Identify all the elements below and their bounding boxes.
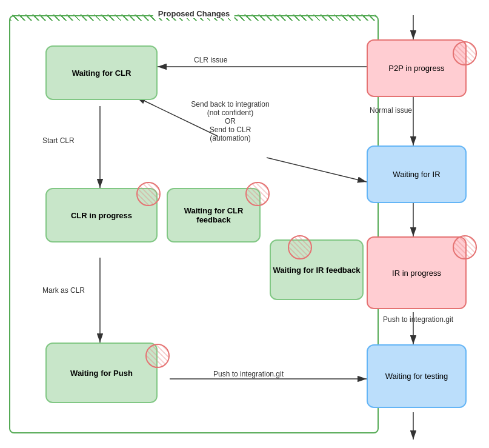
hatch-circle-clr-feedback (136, 182, 161, 206)
waiting-testing-label: Waiting for testing (385, 372, 448, 381)
waiting-ir-box: Waiting for IR (367, 145, 467, 203)
hatch-circle-clr-feedback2 (245, 182, 270, 206)
hatch-circle-push (145, 344, 170, 368)
diagram-container: Proposed Changes (6, 6, 482, 443)
p2p-in-progress-label: P2P in progress (388, 64, 444, 73)
waiting-push-label: Waiting for Push (70, 369, 133, 378)
waiting-clr-label: Waiting for CLR (72, 69, 131, 78)
waiting-clr-feedback-label: Waiting for CLR feedback (168, 206, 259, 224)
send-back-label: Send back to integration(not confident)O… (170, 100, 291, 142)
push-integration-left-label: Push to integration.git (188, 370, 309, 378)
clr-in-progress-label: CLR in progress (71, 211, 132, 220)
clr-issue-label: CLR issue (194, 56, 227, 64)
waiting-clr-box: Waiting for CLR (45, 45, 158, 100)
proposed-changes-label: Proposed Changes (153, 9, 235, 18)
normal-issue-label: Normal issue (370, 106, 412, 115)
hatch-circle-ir-progress (453, 235, 477, 259)
waiting-push-box: Waiting for Push (45, 343, 158, 403)
hatch-circle-p2p (453, 41, 477, 65)
waiting-testing-box: Waiting for testing (367, 344, 467, 408)
ir-in-progress-box: IR in progress (367, 236, 467, 309)
send-back-text: Send back to integration(not confident)O… (191, 100, 269, 142)
push-integration-right-label: Push to integration.git (370, 315, 467, 324)
waiting-ir-label: Waiting for IR (393, 170, 440, 179)
waiting-ir-feedback-label: Waiting for IR feedback (273, 266, 361, 275)
waiting-ir-feedback-box: Waiting for IR feedback (270, 239, 364, 300)
ir-in-progress-label: IR in progress (392, 269, 441, 278)
hatch-circle-ir-feedback (288, 235, 312, 259)
p2p-in-progress-box: P2P in progress (367, 39, 467, 97)
start-clr-label: Start CLR (42, 136, 75, 145)
mark-as-clr-label: Mark as CLR (42, 286, 85, 295)
